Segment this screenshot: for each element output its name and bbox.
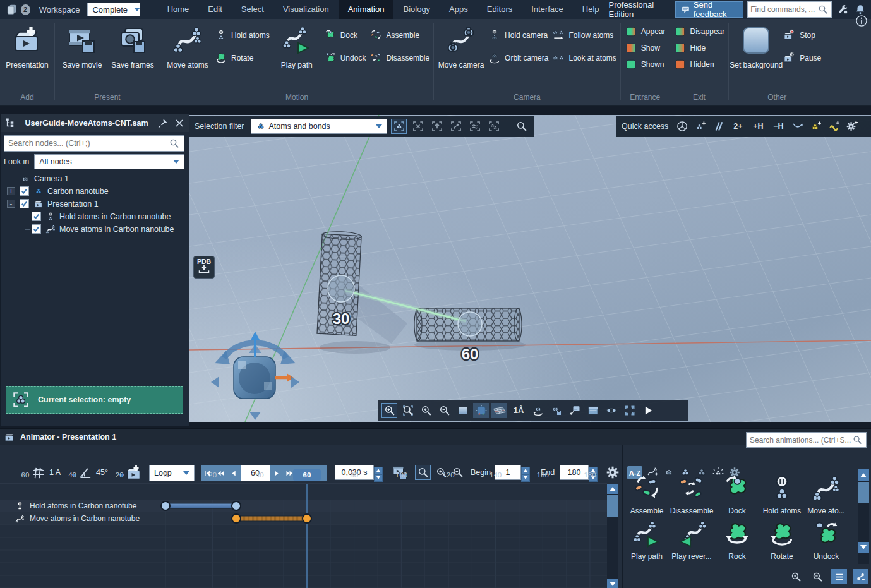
follow-atoms-button[interactable]: Follow atoms [552, 29, 616, 42]
preferences-wrench-icon[interactable] [838, 3, 849, 16]
scroll-down-button[interactable] [858, 542, 869, 553]
palette-rock[interactable]: Rock [715, 517, 759, 561]
remove-hydrogen-button[interactable]: −H [769, 119, 787, 134]
menu-biology[interactable]: Biology [393, 0, 440, 19]
tree-item-presentation-1[interactable]: -Presentation 1 [1, 198, 189, 210]
menu-animation[interactable]: Animation [339, 0, 394, 19]
hide-button[interactable]: Hide [674, 42, 725, 54]
add-group-button[interactable] [808, 119, 824, 134]
undock-button[interactable]: Undock [324, 52, 366, 64]
play-button[interactable] [640, 403, 656, 418]
tree-checkbox[interactable] [20, 199, 29, 208]
background-button[interactable] [455, 403, 471, 418]
show-button[interactable]: Show [625, 42, 666, 54]
close-icon[interactable] [174, 117, 185, 129]
search-nodes-box[interactable] [4, 135, 184, 152]
scale-1a-button[interactable]: 1Å [510, 403, 527, 418]
current-selection-bar[interactable]: Current selection: empty [6, 386, 183, 414]
set-background-button[interactable]: Set background [733, 21, 779, 69]
save-movie-button[interactable]: Save movie [59, 21, 105, 69]
presentation-button[interactable]: Presentation [4, 21, 51, 69]
documents-icon[interactable] [6, 3, 18, 16]
menu-interface[interactable]: Interface [522, 0, 573, 19]
pin-icon[interactable] [157, 117, 169, 129]
scroll-up-button[interactable] [858, 469, 869, 481]
move-atoms-button[interactable]: Move atoms [164, 21, 211, 69]
tree-item-carbon-nanotube[interactable]: +Carbon nanotube [1, 185, 189, 198]
look-at-atoms-button[interactable]: Look at atoms [552, 52, 616, 64]
palette-undock[interactable]: Undock [804, 517, 848, 561]
palette-assemble[interactable]: Assemble [625, 471, 669, 515]
tree-item-move-atoms-in-carbon-nanotube[interactable]: Move atoms in Carbon nanotube [1, 223, 189, 236]
tree-expander[interactable]: - [7, 200, 15, 208]
dock-button[interactable]: Dock [324, 29, 366, 42]
orbit-view-button[interactable] [530, 403, 546, 418]
appear-button[interactable]: Appear [625, 25, 666, 38]
palette-hold-atoms[interactable]: Hold atoms [760, 471, 804, 515]
find-commands-input[interactable] [750, 5, 817, 14]
menu-help[interactable]: Help [573, 0, 609, 19]
shown-button[interactable]: Shown [625, 58, 666, 71]
info-icon[interactable] [855, 14, 868, 28]
viewport-3d[interactable]: 3060 Selection filter Atoms and bonds Qu… [189, 115, 871, 422]
palette-play-rever[interactable]: Play rever... [670, 517, 714, 561]
zoom-in-button[interactable] [418, 403, 434, 418]
palette-list-view-button[interactable] [831, 569, 847, 584]
periodic-table-button[interactable] [674, 119, 690, 134]
simulators-button[interactable] [844, 119, 860, 134]
add-hydrogen-button[interactable]: +H [749, 119, 767, 134]
select-group-button[interactable] [486, 119, 502, 134]
hidden-button[interactable]: Hidden [674, 58, 725, 71]
tree-item-camera-1[interactable]: Camera 1 [1, 172, 189, 185]
pdb-download-button[interactable]: PDB [193, 256, 215, 279]
palette-graph-view-button[interactable] [853, 569, 868, 584]
select-connected-button[interactable] [448, 119, 464, 134]
expand-selection-button[interactable] [429, 119, 445, 134]
palette-zoom-out-button[interactable] [810, 569, 826, 584]
palette-zoom-in-button[interactable] [788, 569, 804, 584]
palette-move-ato[interactable]: Move ato... [804, 471, 848, 515]
zoom-out-button[interactable] [436, 403, 452, 418]
move-camera-button[interactable]: Move camera [438, 21, 484, 69]
palette-play-path[interactable]: Play path [625, 517, 669, 561]
assemble-button[interactable]: Assemble [369, 29, 429, 42]
workspace-combo[interactable]: Complete [87, 3, 140, 16]
scroll-up-button[interactable] [607, 484, 618, 494]
add-atom-button[interactable] [692, 119, 708, 134]
select-similar-button[interactable] [467, 119, 483, 134]
ground-grid-button[interactable] [491, 403, 507, 418]
selection-filter-combo[interactable]: Atoms and bonds [251, 119, 387, 134]
vscroll-thumb[interactable] [607, 495, 618, 517]
find-commands-box[interactable] [747, 1, 832, 18]
labels-button[interactable] [567, 403, 582, 418]
tree-checkbox[interactable] [20, 186, 29, 196]
play-path-button[interactable]: Play path [273, 21, 320, 69]
menu-visualization[interactable]: Visualization [273, 0, 339, 19]
filter-select-button[interactable] [391, 119, 407, 134]
navigation-cube-button[interactable] [473, 403, 489, 418]
deselect-button[interactable] [410, 119, 426, 134]
menu-apps[interactable]: Apps [440, 0, 478, 19]
scroll-down-button[interactable] [607, 579, 618, 588]
palette-disassemble[interactable]: Disassemble [670, 471, 714, 515]
orbit-camera-button[interactable]: Orbit camera [488, 52, 548, 64]
save-view-button[interactable] [548, 403, 564, 418]
look-in-combo[interactable]: All nodes [34, 154, 184, 169]
menu-edit[interactable]: Edit [198, 0, 231, 19]
track-move-atoms-in-carbon-nanotube[interactable]: Move atoms in Carbon nanotube [0, 512, 215, 525]
tree-checkbox[interactable] [32, 224, 41, 234]
rotate-button[interactable]: Rotate [215, 52, 270, 64]
pause-button[interactable]: Pause [783, 52, 821, 64]
tree-item-hold-atoms-in-carbon-nanotube[interactable]: Hold atoms in Carbon nanotube [1, 210, 189, 223]
palette-rotate[interactable]: Rotate [760, 517, 804, 561]
panels-button[interactable] [585, 403, 601, 418]
send-feedback-button[interactable]: Send feedback [675, 1, 743, 18]
disassemble-button[interactable]: Disassemble [369, 52, 429, 64]
zoom-selection-button[interactable] [400, 403, 416, 418]
disappear-button[interactable]: Disappear [674, 25, 725, 38]
add-bond-button[interactable] [711, 119, 726, 134]
visibility-button[interactable] [603, 403, 619, 418]
menu-select[interactable]: Select [232, 0, 273, 19]
stop-button[interactable]: Stop [783, 29, 821, 42]
hold-atoms-button[interactable]: Hold atoms [215, 29, 270, 42]
